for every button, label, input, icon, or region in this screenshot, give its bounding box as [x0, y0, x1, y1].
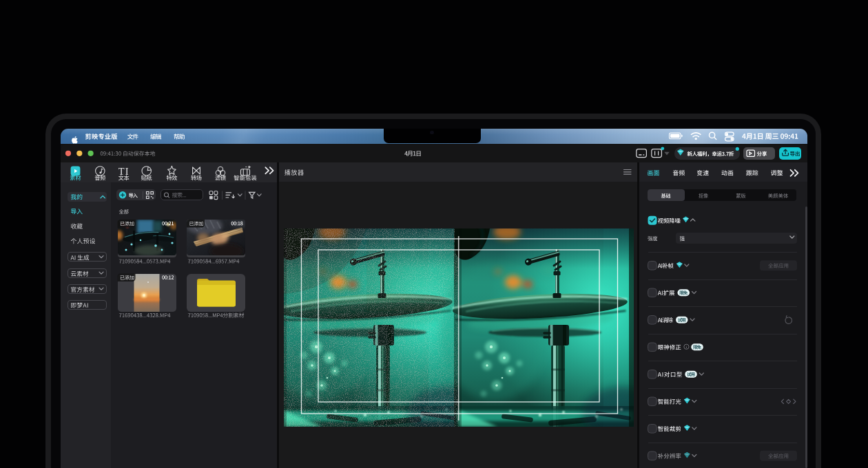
svg-text:TI: TI: [118, 166, 130, 177]
